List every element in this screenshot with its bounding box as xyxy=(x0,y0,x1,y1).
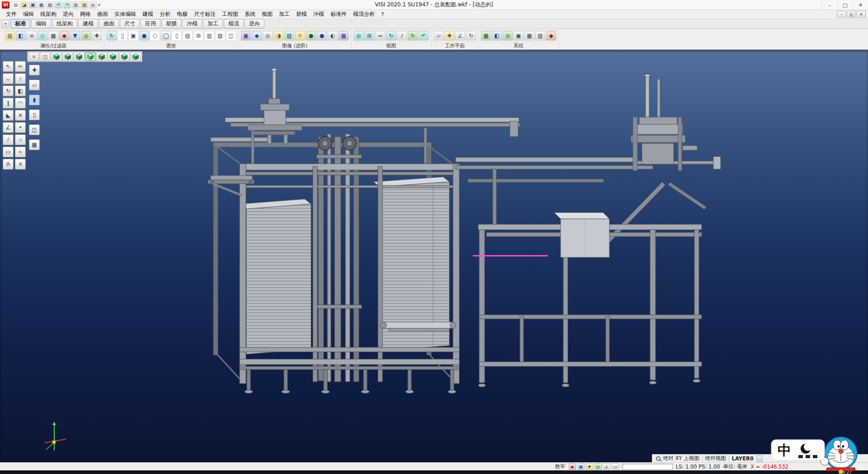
snap-toggle-icon[interactable]: ◆ xyxy=(569,463,576,470)
green-sphere-icon[interactable]: ● xyxy=(306,31,316,41)
toolbar-tab[interactable]: 模流 xyxy=(224,19,244,28)
mdi-minimize-button[interactable]: – xyxy=(837,11,846,18)
toolbar-tab[interactable]: 编辑 xyxy=(31,19,51,28)
menu-item[interactable]: 视图 xyxy=(259,10,276,19)
axon-view-icon[interactable] xyxy=(130,52,141,61)
page-icon[interactable]: ▯ xyxy=(118,31,127,41)
menu-item[interactable]: 模流分析 xyxy=(350,10,378,19)
menu-item[interactable]: 加工 xyxy=(276,10,293,19)
render-icon[interactable]: ◆ xyxy=(252,31,262,41)
layer-sheet-icon[interactable]: ▤ xyxy=(183,31,193,41)
move-icon[interactable]: ↔ xyxy=(3,73,14,84)
menu-item[interactable]: 尺寸标注 xyxy=(191,10,219,19)
wireframe-mode-icon[interactable]: ○ xyxy=(150,31,160,41)
top-view-icon[interactable] xyxy=(85,52,96,61)
toolbar-tab[interactable]: 线架构 xyxy=(52,19,77,28)
blank-sheet-icon[interactable]: ▯ xyxy=(172,31,182,41)
magnet-icon[interactable]: ◆ xyxy=(59,31,69,41)
view-menu-icon[interactable]: ≡ xyxy=(28,52,39,61)
toolbar-tab[interactable]: 加工 xyxy=(203,19,223,28)
lock-toggle-label[interactable]: 拴牢 xyxy=(555,463,566,470)
angle-toggle-icon[interactable]: ∠ xyxy=(603,463,610,470)
command-input[interactable] xyxy=(622,464,673,470)
menu-item[interactable]: 线架构 xyxy=(37,10,60,19)
ime-status-panel[interactable]: 中 xyxy=(770,431,861,474)
shadow-icon[interactable]: ◐ xyxy=(328,31,338,41)
datum-icon[interactable]: ✚ xyxy=(29,65,40,76)
ime-toolbox-icon[interactable] xyxy=(806,455,810,458)
ime-settings-icon[interactable] xyxy=(813,455,817,458)
back-view-icon[interactable] xyxy=(74,52,85,61)
menu-item[interactable]: ? xyxy=(378,11,387,18)
quick-filter-icon[interactable]: ▼ xyxy=(70,31,80,41)
mdi-close-button[interactable]: ✕ xyxy=(857,11,866,18)
text-icon[interactable]: A xyxy=(3,159,14,170)
viewports-icon[interactable]: ◫ xyxy=(40,52,51,61)
menu-item[interactable]: 电极 xyxy=(174,10,191,19)
point-icon[interactable]: • xyxy=(15,122,26,133)
minimize-button[interactable]: – xyxy=(822,0,837,10)
trim-icon[interactable]: ✂ xyxy=(15,61,26,72)
attributes-sheet-icon[interactable]: ▨ xyxy=(215,31,225,41)
front-view-icon[interactable] xyxy=(62,52,73,61)
plot-preview-icon[interactable]: ▧ xyxy=(46,1,54,9)
tab-overflow-icon[interactable]: ▾ xyxy=(2,20,9,28)
toolbar-tab[interactable]: 尺寸 xyxy=(120,19,140,28)
orbit-icon[interactable]: ↻ xyxy=(386,31,396,41)
menu-item[interactable]: 塑模 xyxy=(293,10,310,19)
surface-tool-icon[interactable]: ◫ xyxy=(29,124,40,135)
view-reference-label[interactable]: 绝对视图 xyxy=(705,455,726,462)
stretch-icon[interactable]: ↕ xyxy=(15,73,26,84)
undo-icon[interactable]: ↶ xyxy=(55,1,62,9)
iso-view-icon[interactable] xyxy=(51,52,62,61)
group-icon[interactable]: ⊞ xyxy=(193,31,203,41)
filter-settings-icon[interactable]: ✚ xyxy=(92,31,102,41)
osnap-toggle-icon[interactable]: ◎ xyxy=(594,463,602,470)
menu-item[interactable]: 逆向 xyxy=(60,10,77,19)
mdi-restore-button[interactable]: ◱ xyxy=(847,11,856,18)
menu-item[interactable]: 文件 xyxy=(3,10,20,19)
attributes-icon[interactable]: ▤ xyxy=(5,31,15,41)
copy-icon[interactable]: ▥ xyxy=(72,1,80,9)
toolbar-tab[interactable]: 逆向 xyxy=(245,19,264,28)
hidden-line-icon[interactable]: ◯ xyxy=(161,31,171,41)
redraw-icon[interactable]: ↻ xyxy=(107,31,117,41)
save-icon[interactable]: ▣ xyxy=(29,1,37,9)
type-filter-icon[interactable]: ◇ xyxy=(38,31,47,41)
workplane-icon[interactable]: ▱ xyxy=(434,31,443,41)
menu-item[interactable]: 曲面 xyxy=(94,10,111,19)
layer-manager-icon[interactable]: ▦ xyxy=(481,31,491,41)
menu-item[interactable]: 工程图 xyxy=(219,10,241,19)
layers-icon[interactable]: ≡ xyxy=(15,159,26,170)
isolate-icon[interactable]: ◎ xyxy=(81,31,91,41)
app-logo[interactable]: VI xyxy=(2,1,9,9)
delete-icon[interactable]: ✕ xyxy=(15,110,26,121)
resources-icon[interactable]: ◆ xyxy=(546,31,556,41)
toolbar-tab[interactable]: 建模 xyxy=(78,19,98,28)
toolbar-tab[interactable]: 曲面 xyxy=(99,19,119,28)
zoom-fit-icon[interactable]: ◎ xyxy=(354,31,363,41)
ime-toolbar[interactable]: 中 xyxy=(771,440,825,460)
options-icon[interactable]: ◎ xyxy=(89,1,97,9)
active-layer-label[interactable]: LAYER0 xyxy=(732,455,754,462)
menu-item[interactable]: 实体编辑 xyxy=(111,10,139,19)
circle-icon[interactable]: ○ xyxy=(15,134,26,145)
toolbar-tab[interactable]: 应用 xyxy=(141,19,160,28)
lighting-icon[interactable]: ☼ xyxy=(295,31,305,41)
stack-icon[interactable]: ▥ xyxy=(204,31,214,41)
quick-access-overflow-icon[interactable]: ▾ xyxy=(98,3,100,7)
macro-icon[interactable]: ▨ xyxy=(535,31,545,41)
bottom-view-icon[interactable] xyxy=(96,52,107,61)
chamfer-icon[interactable]: ◣ xyxy=(3,110,14,121)
mesh-tool-icon[interactable]: ▦ xyxy=(29,139,40,150)
view-mode-label[interactable]: 绝对 XY 上视图 xyxy=(663,455,699,462)
ime-keyboard-icon[interactable] xyxy=(798,455,803,458)
previous-view-icon[interactable]: ↶ xyxy=(419,31,429,41)
rectangle-icon[interactable]: ▭ xyxy=(3,147,14,157)
paste-icon[interactable]: ▨ xyxy=(80,1,88,9)
menu-item[interactable]: 系统 xyxy=(241,10,259,19)
refresh-view-icon[interactable]: ↻ xyxy=(408,31,418,41)
cursor-icon[interactable]: ↖ xyxy=(3,61,14,72)
grid-settings-icon[interactable]: ▦ xyxy=(524,31,534,41)
workplane-align-icon[interactable]: ∠ xyxy=(455,31,465,41)
